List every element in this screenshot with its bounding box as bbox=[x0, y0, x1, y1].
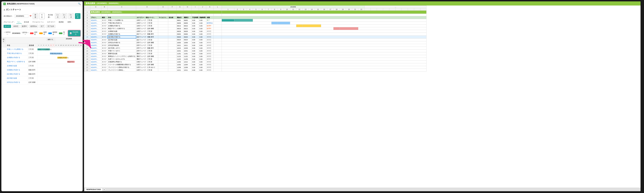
task-name[interactable]: 設計検討会議 bbox=[6, 76, 28, 80]
d-extra4 bbox=[383, 8, 389, 10]
status-shorizumi[interactable]: 処理済み bbox=[29, 25, 38, 28]
row-num: 17 bbox=[84, 55, 90, 58]
cell-project[interactable]: NEWPR... bbox=[90, 24, 102, 27]
cell-category: 設計フェーズ・後藤 真司 bbox=[136, 33, 158, 36]
status-shori[interactable]: 処理中 bbox=[21, 25, 28, 28]
col-header-B[interactable]: B bbox=[102, 6, 108, 8]
cell-project[interactable]: NEWPR... bbox=[90, 58, 102, 60]
sheet-tab-newproduct[interactable]: NEWPRODUCT2020 bbox=[84, 188, 103, 191]
task-name[interactable]: 試作品を作成する bbox=[6, 80, 28, 84]
cell-project[interactable]: NEWPR... bbox=[90, 44, 102, 47]
cell-type: タスク bbox=[102, 49, 108, 52]
cell-project[interactable]: NEWPR... bbox=[90, 41, 102, 44]
assignee-header: 担当者 bbox=[28, 44, 38, 47]
cell-project[interactable]: NEWPR... bbox=[90, 22, 102, 24]
cell-planned: 0.00 bbox=[192, 44, 199, 47]
status-all[interactable]: すべて bbox=[4, 25, 11, 28]
task-name[interactable]: 商品デザインを制作する bbox=[6, 60, 28, 64]
group-none[interactable]: なし bbox=[16, 20, 22, 24]
range-6month[interactable]: 6ヶ月 bbox=[75, 13, 80, 19]
status-kanryo-ika[interactable]: 完了以外 bbox=[46, 25, 56, 28]
excel-export-button[interactable]: 📊 Excel出力 bbox=[68, 30, 80, 36]
cell-assignee bbox=[168, 47, 176, 49]
col-header-L[interactable]: L bbox=[214, 6, 222, 8]
cell-extra bbox=[214, 69, 222, 72]
cell-project[interactable]: NEWPR... bbox=[90, 69, 102, 72]
col-header-C[interactable]: C bbox=[108, 6, 136, 8]
cell-project[interactable]: NEWPR... bbox=[90, 30, 102, 33]
col-header-H[interactable]: H bbox=[183, 6, 192, 8]
range-1month[interactable]: 1ヶ月 bbox=[55, 13, 60, 19]
d11: 11 bbox=[290, 8, 296, 10]
cell-project[interactable]: NEWPR... bbox=[90, 55, 102, 58]
add-sheet-button[interactable]: + bbox=[103, 188, 106, 191]
cell-category: 設計フェーズ・三宅 彩 bbox=[136, 38, 158, 41]
cell-assignee bbox=[168, 30, 176, 33]
task-name[interactable]: 市場ニーズを調査する bbox=[6, 47, 28, 51]
table-row: 17 NEWPR... タスク 新商品のパッケージデザインを制作する 量産フェー… bbox=[84, 55, 426, 58]
date-11: 11 bbox=[62, 44, 65, 47]
cell-planned: 0.00 bbox=[192, 60, 199, 63]
cell-project[interactable]: NEWPR... bbox=[90, 52, 102, 55]
cell-type: タスク bbox=[102, 44, 108, 47]
task-name[interactable]: 仕様書を作成する bbox=[6, 68, 28, 72]
col-header-G[interactable]: G bbox=[176, 6, 183, 8]
task-name[interactable]: 設計書を作成する bbox=[6, 72, 28, 76]
status-miotai[interactable]: 未対応 bbox=[12, 25, 20, 28]
cell-project[interactable]: NEWPR... bbox=[90, 19, 102, 22]
calendar-icon[interactable]: 📅 bbox=[30, 15, 32, 17]
cell-name: 重要判定会議 bbox=[108, 52, 136, 55]
table-row: 4 NEWPR... タスク 市場ニーズを調査する 企画フェーズ・三宅 彩 08… bbox=[84, 19, 426, 22]
col-header-D[interactable]: D bbox=[136, 6, 158, 8]
date-9: 9 bbox=[57, 44, 60, 47]
col-header-K[interactable]: K bbox=[206, 6, 214, 8]
title-cell: 新商品開発（2019/08/01 - 2020/02/01） bbox=[90, 10, 222, 14]
group-category[interactable]: カテゴリー bbox=[46, 21, 56, 23]
start-date-input[interactable] bbox=[14, 14, 28, 18]
header-J: 実績時間 bbox=[199, 16, 206, 19]
update-button[interactable]: 変更 bbox=[33, 13, 38, 19]
cell-category: 企画フェーズ・三宅 彩 bbox=[136, 30, 158, 33]
group-assignee[interactable]: 担当者 bbox=[23, 21, 30, 23]
cell-project[interactable]: NEWPR... bbox=[90, 27, 102, 30]
prev-week-button[interactable]: < 1週間前へ bbox=[4, 31, 11, 35]
cell-project[interactable]: NEWPR... bbox=[90, 47, 102, 49]
today-button[interactable]: 今日 bbox=[39, 13, 44, 19]
date-2: 2 bbox=[40, 44, 42, 47]
d-extra7 bbox=[402, 8, 408, 10]
cell-project[interactable]: NEWPR... bbox=[90, 38, 102, 41]
task-name[interactable]: 企画検討会議 bbox=[6, 64, 28, 68]
cell-project[interactable]: NEWPR... bbox=[90, 33, 102, 36]
next-week-button[interactable]: 1週間後へ > bbox=[22, 31, 29, 35]
edit-button[interactable]: 編集する bbox=[47, 38, 54, 41]
empty-cols9 bbox=[222, 41, 426, 44]
range-2month[interactable]: 2ヶ月 bbox=[62, 13, 67, 19]
cell-status: 処理中 bbox=[206, 27, 214, 30]
cell-project[interactable]: NEWPR... bbox=[90, 35, 102, 38]
d15: 15 bbox=[315, 8, 321, 10]
range-3month[interactable]: 3ヶ月 bbox=[68, 13, 74, 19]
toggle-button[interactable]: 隠す bbox=[2, 38, 5, 43]
legend-miotai-label: 未対応 bbox=[34, 31, 38, 35]
search-button[interactable]: 🔍 bbox=[78, 2, 81, 5]
row-num: 9 bbox=[84, 33, 90, 36]
group-milestone[interactable]: マイルストーン bbox=[31, 21, 45, 23]
cell-project[interactable]: NEWPR... bbox=[90, 49, 102, 52]
col-header-I[interactable]: I bbox=[192, 6, 199, 8]
cell-actual: 0.00 bbox=[199, 60, 206, 63]
status-kanryo[interactable]: 完了 bbox=[40, 25, 45, 28]
spreadsheet-grid[interactable]: A B C D E F G H I J K L 2019/08 … bbox=[84, 5, 640, 188]
header-E: マイルスト... bbox=[158, 16, 168, 19]
col-header-J[interactable]: J bbox=[199, 6, 206, 8]
cell-project[interactable]: NEWPR... bbox=[90, 63, 102, 66]
group-parent[interactable]: 親課題 bbox=[58, 21, 65, 23]
col-header-E[interactable]: E bbox=[158, 6, 168, 8]
cell-status: 未対応 bbox=[206, 66, 214, 69]
cell-project[interactable]: NEWPR... bbox=[90, 60, 102, 63]
cell-project[interactable]: NEWPR... bbox=[90, 66, 102, 69]
task-name[interactable]: 企画書を作成する bbox=[6, 56, 28, 60]
col-header-A[interactable]: A bbox=[90, 6, 102, 8]
col-header-F[interactable]: F bbox=[168, 6, 176, 8]
date-5: 5 bbox=[48, 44, 50, 47]
task-name[interactable]: 予算計画を作成する bbox=[6, 51, 28, 55]
